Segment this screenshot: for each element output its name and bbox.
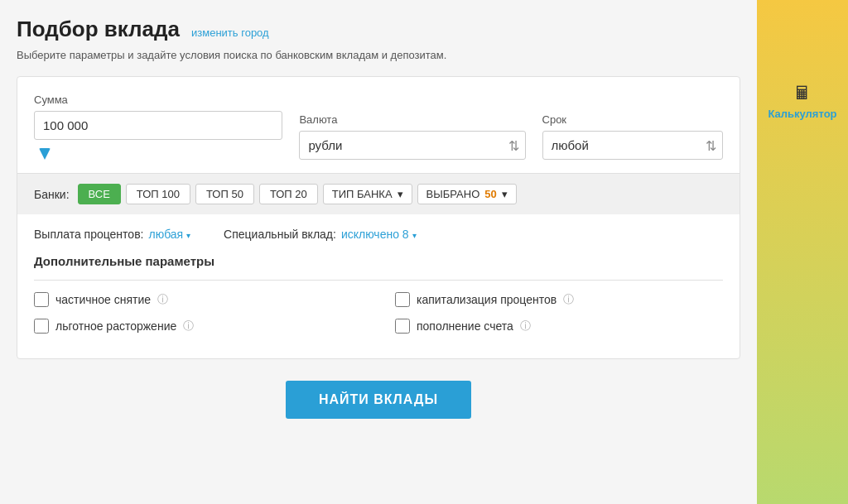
- replenishment-label: пополнение счета: [417, 319, 513, 333]
- capitalization-help-icon[interactable]: ⓘ: [563, 292, 574, 307]
- partial-withdrawal-checkbox[interactable]: [34, 292, 49, 307]
- find-btn-row: НАЙТИ ВКЛАДЫ: [17, 367, 740, 435]
- bank-btn-top50[interactable]: ТОП 50: [195, 184, 254, 204]
- currency-field-group: Валюта рубли доллары евро ⇅: [299, 113, 525, 160]
- selected-dropdown[interactable]: ВЫБРАНО 50 ▾: [417, 184, 517, 204]
- early-termination-item[interactable]: льготное расторжение ⓘ: [34, 319, 362, 334]
- special-count: 8: [402, 228, 409, 241]
- sum-field-group: Сумма: [34, 94, 282, 160]
- term-field-group: Срок любой 1 месяц 3 месяца 6 месяцев 1 …: [542, 113, 723, 160]
- term-select-wrapper: любой 1 месяц 3 месяца 6 месяцев 1 год ⇅: [542, 131, 723, 160]
- replenishment-help-icon[interactable]: ⓘ: [520, 319, 531, 334]
- currency-label: Валюта: [299, 113, 525, 126]
- selected-count: 50: [484, 188, 496, 200]
- bank-type-chevron: ▾: [398, 188, 403, 200]
- fields-row: Сумма Валюта рубли доллары евро ⇅: [34, 94, 723, 160]
- change-city-link[interactable]: изменить город: [191, 26, 269, 39]
- partial-withdrawal-help-icon[interactable]: ⓘ: [157, 292, 168, 307]
- banks-label: Банки:: [34, 188, 70, 201]
- early-termination-checkbox[interactable]: [34, 319, 49, 334]
- replenishment-item[interactable]: пополнение счета ⓘ: [395, 319, 723, 334]
- main-card: Сумма Валюта рубли доллары евро ⇅: [17, 76, 740, 359]
- bank-btn-all[interactable]: ВСЕ: [78, 184, 121, 204]
- banks-row: Банки: ВСЕ ТОП 100 ТОП 50 ТОП 20 ТИП БАН…: [34, 184, 723, 204]
- sum-label: Сумма: [34, 94, 282, 106]
- partial-withdrawal-item[interactable]: частичное снятие ⓘ: [34, 292, 362, 307]
- divider: [34, 280, 723, 281]
- early-termination-label: льготное расторжение: [55, 319, 176, 333]
- currency-select-wrapper: рубли доллары евро ⇅: [299, 131, 525, 160]
- replenishment-checkbox[interactable]: [395, 319, 410, 334]
- bank-btn-top20[interactable]: ТОП 20: [259, 184, 318, 204]
- partial-withdrawal-label: частичное снятие: [55, 293, 151, 306]
- sidebar-calculator[interactable]: 🖩 Калькуля­тор: [768, 83, 836, 120]
- filters-row: Выплата процентов: любая ▾ Специальный в…: [34, 228, 723, 241]
- capitalization-checkbox[interactable]: [395, 292, 410, 307]
- interest-label: Выплата процентов:: [34, 228, 143, 241]
- special-filter: Специальный вклад: исключено 8 ▾: [224, 228, 416, 241]
- banks-section: Банки: ВСЕ ТОП 100 ТОП 50 ТОП 20 ТИП БАН…: [17, 173, 740, 214]
- filters-section: Выплата процентов: любая ▾ Специальный в…: [34, 214, 723, 358]
- early-termination-help-icon[interactable]: ⓘ: [183, 319, 194, 334]
- additional-params-title: Дополнительные параметры: [34, 254, 723, 268]
- slider-indicator: [39, 148, 51, 160]
- interest-filter: Выплата процентов: любая ▾: [34, 228, 190, 241]
- selected-label: ВЫБРАНО: [426, 188, 480, 200]
- page-subtitle: Выберите параметры и задайте условия пои…: [17, 49, 740, 61]
- page-title: Подбор вклада: [17, 17, 180, 42]
- special-label: Специальный вклад:: [224, 228, 336, 241]
- page-header: Подбор вклада изменить город: [17, 17, 740, 42]
- term-label: Срок: [542, 113, 723, 126]
- calculator-label: Калькуля­тор: [768, 108, 836, 120]
- checkboxes-grid: частичное снятие ⓘ капитализация процент…: [34, 292, 723, 334]
- selected-chevron: ▾: [502, 188, 508, 200]
- capitalization-label: капитализация процентов: [417, 293, 556, 306]
- interest-value[interactable]: любая ▾: [148, 228, 190, 241]
- find-button[interactable]: НАЙТИ ВКЛАДЫ: [286, 381, 471, 419]
- bank-type-dropdown[interactable]: ТИП БАНКА ▾: [323, 184, 412, 204]
- term-select[interactable]: любой 1 месяц 3 месяца 6 месяцев 1 год: [542, 131, 723, 160]
- sum-input[interactable]: [34, 111, 282, 140]
- sidebar: 🖩 Калькуля­тор: [757, 0, 848, 504]
- special-value[interactable]: исключено 8 ▾: [341, 228, 417, 241]
- interest-chevron: ▾: [186, 231, 190, 240]
- bank-btn-top100[interactable]: ТОП 100: [126, 184, 190, 204]
- capitalization-item[interactable]: капитализация процентов ⓘ: [395, 292, 723, 307]
- currency-select[interactable]: рубли доллары евро: [299, 131, 525, 160]
- special-chevron: ▾: [412, 231, 417, 240]
- calculator-icon: 🖩: [793, 83, 812, 104]
- bank-type-label: ТИП БАНКА: [332, 188, 393, 200]
